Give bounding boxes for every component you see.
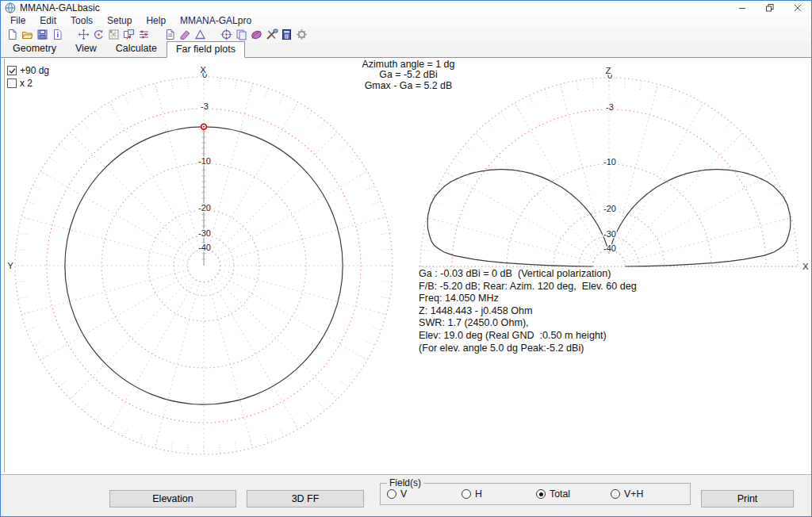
radio-unselected-icon — [387, 489, 396, 499]
svg-text:-20: -20 — [198, 203, 211, 213]
radio-v[interactable]: V — [387, 488, 462, 500]
azimuth-plot[interactable]: 0-3-10-20-30-40XY — [7, 65, 393, 454]
svg-text:-10: -10 — [603, 157, 616, 167]
svg-text:-20: -20 — [603, 204, 616, 213]
bottom-control-bar: Elevation 3D FF Field(s) VHTotalV+H Prin… — [1, 474, 812, 517]
result-line: SWR: 1.7 (2450.0 Ohm), — [419, 317, 637, 330]
radio-total[interactable]: Total — [536, 488, 611, 500]
radio-label: V — [400, 488, 407, 500]
checked-checkbox-icon — [7, 66, 17, 75]
elevation-plot[interactable]: 0-3-10-20-30-40ZX — [419, 66, 809, 271]
fields-groupbox: Field(s) VHTotalV+H — [380, 483, 691, 505]
checkbox-x-2[interactable]: x 2 — [7, 78, 33, 89]
svg-text:Y: Y — [7, 261, 13, 270]
checkbox-label: +90 dg — [20, 65, 49, 76]
cursor-annotation: Azimuth angle = 1 dg Ga = -5.2 dBi Gmax … — [293, 59, 524, 91]
radio-h[interactable]: H — [462, 488, 536, 500]
3d-ff-button[interactable]: 3D FF — [247, 490, 364, 507]
radio-selected-icon — [536, 489, 546, 499]
radio-unselected-icon — [611, 489, 620, 499]
radio-label: V+H — [624, 488, 643, 500]
tab-far-field-plots[interactable]: Far field plots — [167, 41, 245, 58]
svg-text:X: X — [802, 262, 809, 271]
annotation-gmax: Gmax - Ga = 5.2 dB — [293, 81, 524, 91]
fields-radio-row: VHTotalV+H — [387, 488, 685, 500]
svg-text:-40: -40 — [198, 243, 211, 252]
svg-text:-10: -10 — [198, 156, 211, 166]
radio-label: Total — [550, 488, 570, 500]
result-line: Ga : -0.03 dBi = 0 dB (Vertical polariza… — [419, 268, 637, 281]
print-button[interactable]: Print — [701, 490, 794, 507]
result-line: Z: 1448.443 - j0.458 Ohm — [419, 305, 637, 318]
result-line: (For elev. angle 5.0 dg Peak:-5.2 dBi) — [419, 343, 637, 355]
checkbox-label: x 2 — [20, 78, 33, 89]
svg-text:Z: Z — [605, 66, 611, 75]
svg-text:-30: -30 — [603, 229, 616, 239]
radio-v-h[interactable]: V+H — [611, 488, 685, 500]
result-line: F/B: -5.20 dB; Rear: Azim. 120 deg, Elev… — [419, 281, 637, 293]
annotation-azimuth: Azimuth angle = 1 dg — [293, 59, 524, 70]
radio-unselected-icon — [462, 489, 471, 499]
result-summary: Ga : -0.03 dBi = 0 dB (Vertical polariza… — [419, 268, 637, 354]
annotation-ga: Ga = -5.2 dBi — [293, 70, 524, 80]
svg-text:-40: -40 — [603, 243, 616, 253]
fields-group-label: Field(s) — [387, 477, 423, 488]
result-line: Freq: 14.050 MHz — [419, 293, 637, 305]
unchecked-checkbox-icon — [7, 79, 17, 88]
svg-text:X: X — [200, 65, 206, 75]
mmana-galbasic-window: MMANA-GALbasic FileEditToolsSetupHelpMMA… — [0, 0, 812, 517]
elevation-button[interactable]: Elevation — [109, 490, 236, 507]
result-line: Elev: 19.0 deg (Real GND :0.50 m height) — [419, 330, 637, 343]
svg-text:-3: -3 — [201, 101, 209, 111]
svg-text:-30: -30 — [198, 228, 211, 238]
svg-text:-3: -3 — [606, 102, 614, 112]
checkbox-+90-dg[interactable]: +90 dg — [7, 65, 49, 76]
radio-label: H — [475, 488, 482, 500]
